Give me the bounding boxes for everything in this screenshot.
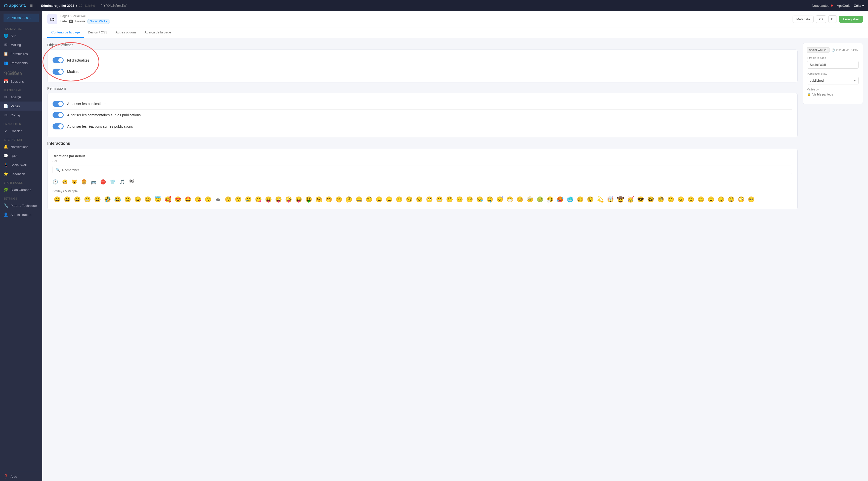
emoji-item[interactable]: 😉 [133, 195, 142, 204]
sidebar-item-site[interactable]: 🌐 Site [0, 31, 42, 40]
emoji-item[interactable]: 😇 [153, 195, 162, 204]
emoji-item[interactable]: 🤣 [103, 195, 112, 204]
emoji-item[interactable]: 🤩 [183, 195, 192, 204]
user-menu[interactable]: Célia ▾ [854, 4, 864, 7]
emoji-item[interactable]: 🤫 [334, 195, 343, 204]
emoji-item[interactable]: 🤯 [606, 195, 615, 204]
emoji-item[interactable]: 🤥 [445, 195, 454, 204]
emoji-item[interactable]: 😀 [53, 195, 62, 204]
emoji-item[interactable]: 🥲 [244, 195, 253, 204]
nav-favoris[interactable]: Favoris [75, 20, 85, 23]
emoji-item[interactable]: 😟 [676, 195, 685, 204]
emoji-item[interactable]: 🙁 [686, 195, 695, 204]
toggle-medias[interactable] [53, 69, 64, 75]
emoji-item[interactable]: 😍 [173, 195, 182, 204]
emoji-cat-recent[interactable]: 🕐 [53, 179, 58, 185]
sidebar-item-param[interactable]: 🔧 Param. Technique [0, 201, 42, 210]
tab-apercu[interactable]: Aperçu de la page [141, 27, 175, 38]
emoji-item[interactable]: 🤗 [314, 195, 323, 204]
emoji-item[interactable]: 🧐 [656, 195, 665, 204]
emoji-item[interactable]: 🥳 [626, 195, 635, 204]
emoji-item[interactable]: 🤐 [354, 195, 363, 204]
emoji-item[interactable]: 😙 [234, 195, 243, 204]
emoji-cat-travel[interactable]: 🚌 [91, 179, 96, 185]
emoji-item[interactable]: 🤤 [485, 195, 494, 204]
sidebar-item-feedback[interactable]: ⭐ Feedback [0, 169, 42, 179]
emoji-item[interactable]: 🤑 [304, 195, 313, 204]
tab-design[interactable]: Design / CSS [84, 27, 112, 38]
sidebar-item-administration[interactable]: 👤 Administration [0, 210, 42, 219]
emoji-item[interactable]: 😗 [204, 195, 213, 204]
history-button[interactable]: ⟳ [828, 15, 837, 23]
emoji-cat-symbols[interactable]: ⛔ [100, 179, 106, 185]
emoji-item[interactable]: 😶 [395, 195, 404, 204]
emoji-item[interactable]: ☺️ [214, 195, 222, 204]
emoji-item[interactable]: 😮 [706, 195, 715, 204]
sidebar-item-participants[interactable]: 👥 Participants [0, 58, 42, 67]
emoji-item[interactable]: 😃 [63, 195, 72, 204]
emoji-item[interactable]: 😜 [274, 195, 283, 204]
title-input[interactable] [807, 61, 859, 69]
emoji-item[interactable]: 🥰 [163, 195, 172, 204]
emoji-item[interactable]: 🤢 [535, 195, 545, 204]
emoji-item[interactable]: 😊 [143, 195, 152, 204]
emoji-item[interactable]: 😲 [726, 195, 736, 204]
emoji-item[interactable]: 🤪 [284, 195, 293, 204]
save-button[interactable]: Enregistrer [839, 16, 863, 23]
emoji-item[interactable]: 😎 [636, 195, 645, 204]
emoji-item[interactable]: 🤨 [364, 195, 373, 204]
metadata-button[interactable]: Metadata [793, 15, 814, 23]
tab-contenu[interactable]: Contenu de la page [47, 27, 84, 38]
emoji-item[interactable]: ☹️ [696, 195, 705, 204]
emoji-item[interactable]: 😵 [586, 195, 595, 204]
emoji-item[interactable]: 🤧 [546, 195, 554, 204]
emoji-cat-smileys[interactable]: 😀 [62, 179, 68, 185]
sidebar-item-mailing[interactable]: ✉ Mailing [0, 40, 42, 49]
emoji-item[interactable]: 😌 [455, 195, 464, 204]
emoji-item[interactable]: 😁 [83, 195, 92, 204]
emoji-item[interactable]: 😴 [495, 195, 504, 204]
sidebar-item-qa[interactable]: 💬 Q&A [0, 151, 42, 160]
emoji-cat-activities[interactable]: 🎵 [119, 179, 125, 185]
emoji-cat-animals[interactable]: 😺 [72, 179, 77, 185]
emoji-item[interactable]: 😏 [405, 195, 414, 204]
pub-state-select[interactable]: published draft [807, 77, 859, 85]
emoji-cat-food[interactable]: 🍔 [81, 179, 87, 185]
emoji-cat-flags[interactable]: 🏁 [129, 179, 134, 185]
sidebar-item-sessions[interactable]: 📅 Sessions [0, 77, 42, 86]
emoji-item[interactable]: 😑 [384, 195, 394, 204]
emoji-item[interactable]: 😄 [73, 195, 82, 204]
emoji-item[interactable]: 😒 [415, 195, 424, 204]
emoji-item[interactable]: 🥺 [747, 195, 755, 204]
nouveautes[interactable]: Nouveautés [812, 4, 833, 7]
emoji-item[interactable]: 🥵 [555, 195, 564, 204]
toggle-fil-actualites[interactable] [53, 57, 64, 63]
event-selector[interactable]: Séminaire juillet 2023 ▾ 10 - 11 juillet [37, 4, 95, 7]
code-button[interactable]: </> [816, 15, 826, 23]
emoji-item[interactable]: 😬 [435, 195, 444, 204]
emoji-item[interactable]: 😆 [93, 195, 102, 204]
emoji-item[interactable]: 🥶 [565, 195, 575, 204]
appcraft-link[interactable]: AppCraft [837, 4, 850, 7]
emoji-item[interactable]: 🤓 [646, 195, 655, 204]
access-site-button[interactable]: ↗ Accès au site [3, 13, 39, 22]
sidebar-item-config[interactable]: ⚙ Config [0, 110, 42, 120]
emoji-item[interactable]: 😔 [465, 195, 474, 204]
emoji-item[interactable]: 🤔 [344, 195, 353, 204]
emoji-item[interactable]: 😚 [223, 195, 232, 204]
emoji-item[interactable]: 😋 [254, 195, 263, 204]
page-tag[interactable]: Social Wall ▾ [87, 19, 110, 24]
emoji-item[interactable]: 💫 [596, 195, 605, 204]
emoji-item[interactable]: 🤠 [616, 195, 625, 204]
toggle-reactions[interactable] [53, 123, 64, 129]
emoji-item[interactable]: 😝 [294, 195, 303, 204]
emoji-item[interactable]: 😐 [374, 195, 383, 204]
emoji-item[interactable]: 😛 [264, 195, 273, 204]
emoji-item[interactable]: 🤕 [525, 195, 534, 204]
emoji-cat-objects[interactable]: 👕 [110, 179, 116, 185]
emoji-item[interactable]: 😂 [113, 195, 122, 204]
sidebar-item-aide[interactable]: ❓ Aide [0, 472, 42, 481]
sidebar-item-bilan[interactable]: 🌿 Bilan Carbone [0, 185, 42, 194]
menu-toggle-button[interactable]: ≡ [30, 3, 33, 8]
emoji-item[interactable]: 😷 [505, 195, 514, 204]
